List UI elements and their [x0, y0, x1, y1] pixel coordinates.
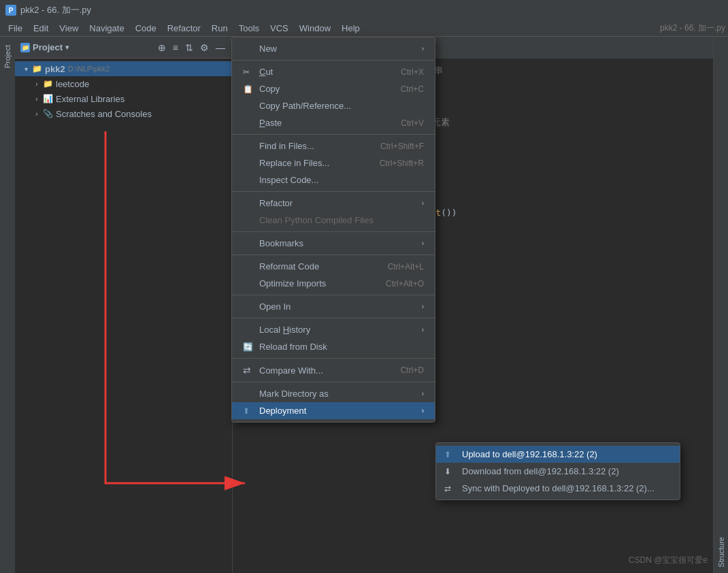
ctx-item-cut[interactable]: ✂ Cut Ctrl+X: [232, 63, 435, 80]
tree-arrow-scratches: ›: [31, 110, 42, 118]
ctx-item-clean: Clean Python Compiled Files: [232, 212, 435, 229]
ctx-item-copy-path[interactable]: Copy Path/Reference...: [232, 97, 435, 114]
submenu-item-sync[interactable]: ⇄ Sync with Deployed to dell@192.168.1.3…: [436, 480, 680, 497]
ctx-item-open-in[interactable]: Open In ›: [232, 298, 435, 315]
project-panel: 📁 Project ▾ ⊕ ≡ ⇅ ⚙ — ▾ 📁 pkk2 D:\NLP\pk…: [15, 37, 233, 573]
ctx-shortcut-replace: Ctrl+Shift+R: [380, 159, 424, 168]
project-tree: ▾ 📁 pkk2 D:\NLP\pkk2 › 📁 leetcode › 📊 Ex…: [15, 59, 232, 573]
deployment-icon: ⬆: [243, 406, 257, 416]
ctx-item-local-history[interactable]: Local History ›: [232, 321, 435, 338]
separator-8: [232, 358, 435, 359]
menu-code[interactable]: Code: [130, 22, 162, 35]
menu-edit[interactable]: Edit: [28, 22, 54, 35]
ctx-label-replace: Replace in Files...: [259, 158, 329, 168]
folder-icon-leetcode: 📁: [42, 78, 53, 89]
ctx-label-bookmarks: Bookmarks: [259, 238, 303, 248]
separator-7: [232, 318, 435, 318]
menu-run[interactable]: Run: [206, 22, 233, 35]
download-icon: ⬇: [444, 467, 458, 476]
ctx-label-copy-path: Copy Path/Reference...: [259, 101, 351, 111]
menu-tools[interactable]: Tools: [233, 22, 265, 35]
toolbar-sort-btn[interactable]: ⇅: [184, 41, 195, 54]
ctx-shortcut-paste: Ctrl+V: [401, 118, 424, 128]
ctx-label-refactor: Refactor: [259, 198, 293, 208]
ctx-item-paste[interactable]: Paste Ctrl+V: [232, 114, 435, 131]
separator-3: [232, 191, 435, 192]
menu-window[interactable]: Window: [294, 22, 336, 35]
structure-tab[interactable]: Structure: [716, 531, 727, 573]
compare-icon: ⇄: [243, 365, 257, 376]
cut-icon: ✂: [243, 67, 257, 77]
ctx-label-find: Find in Files...: [259, 141, 314, 151]
ctx-item-new[interactable]: New ›: [232, 40, 435, 57]
menu-navigate[interactable]: Navigate: [84, 22, 129, 35]
ctx-item-bookmarks[interactable]: Bookmarks ›: [232, 235, 435, 252]
ctx-label-compare: Compare With...: [259, 365, 323, 376]
folder-icon-pkk2: 📁: [31, 63, 42, 74]
copy-icon: 📋: [243, 84, 257, 94]
ctx-label-inspect: Inspect Code...: [259, 175, 318, 185]
menu-vcs[interactable]: VCS: [265, 22, 294, 35]
separator-5: [232, 255, 435, 255]
project-title: 📁 Project ▾: [20, 42, 69, 52]
ctx-item-deployment[interactable]: ⬆ Deployment ›: [232, 402, 435, 419]
ctx-label-reload: Reload from Disk: [259, 342, 327, 352]
menu-help[interactable]: Help: [336, 22, 365, 35]
ctx-label-deployment: Deployment: [259, 406, 306, 416]
toolbar-settings-btn[interactable]: ⚙: [199, 41, 210, 54]
ctx-arrow-refactor: ›: [422, 199, 424, 207]
ctx-label-open-in: Open In: [259, 301, 291, 312]
toolbar-minimize-btn[interactable]: —: [214, 41, 227, 54]
ctx-label-new: New: [259, 44, 277, 54]
ctx-item-compare[interactable]: ⇄ Compare With... Ctrl+D: [232, 361, 435, 379]
ctx-item-refactor[interactable]: Refactor ›: [232, 195, 435, 212]
separator-9: [232, 382, 435, 382]
ctx-shortcut-copy: Ctrl+C: [401, 84, 424, 94]
tree-item-pkk2[interactable]: ▾ 📁 pkk2 D:\NLP\pkk2: [15, 61, 232, 76]
scratches-icon: 📎: [42, 108, 53, 119]
ctx-label-cut: Cut: [259, 67, 273, 77]
ctx-shortcut-find: Ctrl+Shift+F: [380, 142, 424, 151]
tree-item-external-libs[interactable]: › 📊 External Libraries: [15, 91, 232, 106]
title-center: pkk2 - 66. 加一.py: [660, 22, 725, 34]
reload-icon: 🔄: [243, 342, 257, 352]
ctx-label-mark-dir: Mark Directory as: [259, 389, 329, 399]
ctx-arrow-local-history: ›: [422, 326, 424, 333]
menu-view[interactable]: View: [54, 22, 84, 35]
project-side-tab[interactable]: Project: [2, 39, 13, 73]
context-menu: New › ✂ Cut Ctrl+X 📋 Copy Ctrl+C Copy Pa…: [231, 37, 435, 423]
project-header: 📁 Project ▾ ⊕ ≡ ⇅ ⚙ —: [15, 37, 232, 59]
submenu-item-upload[interactable]: ⬆ Upload to dell@192.168.1.3:22 (2): [436, 446, 680, 463]
ctx-item-inspect[interactable]: Inspect Code...: [232, 171, 435, 189]
ctx-label-reformat: Reformat Code: [259, 261, 319, 272]
tree-arrow-pkk2: ▾: [20, 65, 31, 73]
sync-icon: ⇄: [444, 484, 458, 493]
toolbar-collapse-btn[interactable]: ≡: [171, 41, 180, 54]
submenu-label-download: Download from dell@192.168.1.3:22 (2): [462, 466, 619, 476]
submenu-item-download[interactable]: ⬇ Download from dell@192.168.1.3:22 (2): [436, 463, 680, 480]
ctx-item-find[interactable]: Find in Files... Ctrl+Shift+F: [232, 137, 435, 154]
tree-item-leetcode[interactable]: › 📁 leetcode: [15, 76, 232, 91]
ctx-item-optimize[interactable]: Optimize Imports Ctrl+Alt+O: [232, 275, 435, 292]
ctx-label-clean: Clean Python Compiled Files: [259, 215, 374, 225]
tree-item-scratches[interactable]: › 📎 Scratches and Consoles: [15, 106, 232, 121]
ctx-arrow-bookmarks: ›: [422, 240, 424, 247]
submenu-label-sync: Sync with Deployed to dell@192.168.1.3:2…: [462, 483, 655, 493]
ctx-shortcut-cut: Ctrl+X: [401, 67, 424, 77]
ctx-item-replace[interactable]: Replace in Files... Ctrl+Shift+R: [232, 154, 435, 171]
ctx-item-mark-dir[interactable]: Mark Directory as ›: [232, 385, 435, 402]
ctx-label-optimize: Optimize Imports: [259, 278, 326, 289]
ctx-arrow-mark-dir: ›: [422, 390, 424, 397]
ctx-shortcut-optimize: Ctrl+Alt+O: [386, 279, 424, 289]
ctx-item-reload[interactable]: 🔄 Reload from Disk: [232, 338, 435, 355]
ctx-item-copy[interactable]: 📋 Copy Ctrl+C: [232, 80, 435, 97]
extlibs-icon: 📊: [42, 93, 53, 104]
project-dropdown-icon[interactable]: ▾: [65, 44, 69, 51]
menu-file[interactable]: File: [3, 22, 28, 35]
ctx-arrow-open-in: ›: [422, 303, 424, 310]
menu-refactor[interactable]: Refactor: [162, 22, 206, 35]
toolbar-locate-btn[interactable]: ⊕: [156, 41, 167, 54]
ctx-item-reformat[interactable]: Reformat Code Ctrl+Alt+L: [232, 258, 435, 275]
tree-label-scratches: Scratches and Consoles: [56, 109, 152, 119]
separator-2: [232, 134, 435, 135]
